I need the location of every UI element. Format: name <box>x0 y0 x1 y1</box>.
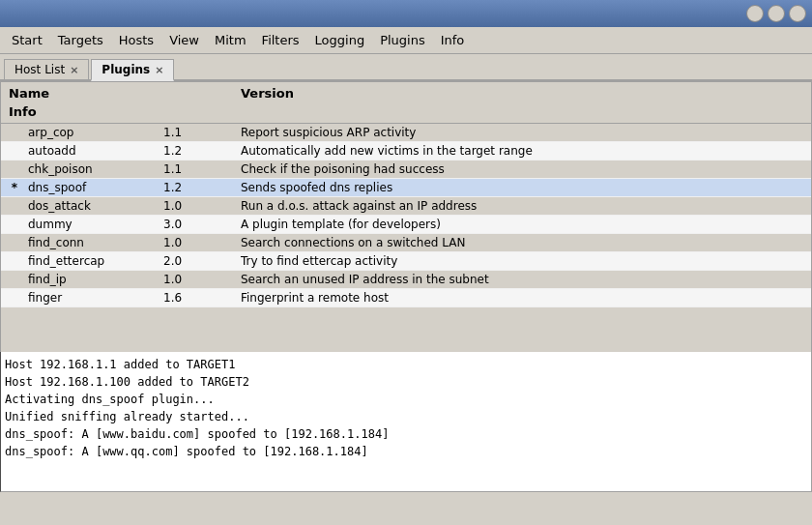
tab-label: Host List <box>14 63 65 76</box>
table-row[interactable]: finger 1.6 Fingerprint a remote host <box>1 289 811 307</box>
plugin-name: arp_cop <box>24 125 160 140</box>
plugin-version: 1.2 <box>160 143 237 159</box>
main-content: Name Version Info arp_cop 1.1 Report sus… <box>0 81 812 525</box>
plugin-info: Report suspicious ARP activity <box>237 125 807 140</box>
log-line: Host 192.168.1.1 added to TARGET1 <box>5 356 807 373</box>
table-row[interactable]: find_ip 1.0 Search an unused IP address … <box>1 271 811 289</box>
minimize-button[interactable] <box>746 5 764 22</box>
tab-host-list[interactable]: Host List× <box>4 59 89 79</box>
row-marker <box>5 278 24 280</box>
menu-bar: StartTargetsHostsViewMitmFiltersLoggingP… <box>0 27 812 54</box>
menu-item-plugins[interactable]: Plugins <box>372 30 433 50</box>
menu-item-filters[interactable]: Filters <box>254 30 307 50</box>
window-controls <box>746 5 806 22</box>
plugin-name: find_ettercap <box>24 253 160 269</box>
row-marker <box>5 297 24 299</box>
table-row[interactable]: arp_cop 1.1 Report suspicious ARP activi… <box>1 124 811 142</box>
plugin-name: find_conn <box>24 235 160 250</box>
tab-close-btn[interactable]: × <box>155 64 163 76</box>
plugin-name: dns_spoof <box>24 180 160 195</box>
close-button[interactable] <box>789 5 806 22</box>
plugin-version: 3.0 <box>160 217 237 232</box>
row-marker <box>5 260 24 262</box>
plugin-info: Run a d.o.s. attack against an IP addres… <box>237 198 807 214</box>
menu-item-view[interactable]: View <box>161 30 207 50</box>
menu-item-hosts[interactable]: Hosts <box>111 30 161 50</box>
table-header: Name Version Info <box>1 82 811 124</box>
plugin-version: 1.6 <box>160 290 237 306</box>
plugin-name: chk_poison <box>24 161 160 177</box>
plugin-name: dos_attack <box>24 198 160 214</box>
plugin-info: Search an unused IP address in the subne… <box>237 272 807 287</box>
col-header-version: Version <box>237 84 807 102</box>
plugin-version: 1.0 <box>160 235 237 250</box>
log-area: Host 192.168.1.1 added to TARGET1Host 19… <box>0 352 812 492</box>
plugin-info: Automatically add new victims in the tar… <box>237 143 807 159</box>
plugin-info: Check if the poisoning had success <box>237 161 807 177</box>
plugin-name: finger <box>24 290 160 306</box>
table-row[interactable]: dummy 3.0 A plugin template (for develop… <box>1 216 811 234</box>
plugin-table-body[interactable]: arp_cop 1.1 Report suspicious ARP activi… <box>1 124 811 352</box>
title-bar <box>0 0 812 27</box>
plugin-version: 1.0 <box>160 198 237 214</box>
row-marker <box>5 223 24 225</box>
menu-item-logging[interactable]: Logging <box>307 30 373 50</box>
tab-bar: Host List×Plugins× <box>0 54 812 81</box>
plugin-name: find_ip <box>24 272 160 287</box>
log-line: Activating dns_spoof plugin... <box>5 391 807 408</box>
log-line: Unified sniffing already started... <box>5 408 807 425</box>
menu-item-start[interactable]: Start <box>4 30 50 50</box>
col-header-info: Info <box>5 102 160 121</box>
log-line: Host 192.168.1.100 added to TARGET2 <box>5 373 807 391</box>
plugin-info: Fingerprint a remote host <box>237 290 807 306</box>
col-header-name: Name <box>5 84 237 102</box>
tab-label: Plugins <box>102 63 150 76</box>
maximize-button[interactable] <box>768 5 785 22</box>
plugin-version: 2.0 <box>160 253 237 269</box>
plugin-version: 1.2 <box>160 180 237 195</box>
plugin-info: Try to find ettercap activity <box>237 253 807 269</box>
tab-plugins[interactable]: Plugins× <box>91 59 174 81</box>
menu-item-mitm[interactable]: Mitm <box>207 30 254 50</box>
menu-item-targets[interactable]: Targets <box>50 30 111 50</box>
table-row[interactable]: * dns_spoof 1.2 Sends spoofed dns replie… <box>1 179 811 197</box>
plugin-name: autoadd <box>24 143 160 159</box>
plugin-name: dummy <box>24 217 160 232</box>
log-line: dns_spoof: A [www.baidu.com] spoofed to … <box>5 425 807 443</box>
plugin-version: 1.1 <box>160 161 237 177</box>
row-marker <box>5 150 24 152</box>
table-row[interactable]: autoadd 1.2 Automatically add new victim… <box>1 142 811 160</box>
tab-close-btn[interactable]: × <box>70 64 78 76</box>
table-row[interactable]: find_conn 1.0 Search connections on a sw… <box>1 234 811 252</box>
plugin-version: 1.1 <box>160 125 237 140</box>
table-row[interactable]: dos_attack 1.0 Run a d.o.s. attack again… <box>1 197 811 216</box>
log-line: dns_spoof: A [www.qq.com] spoofed to [19… <box>5 443 807 460</box>
plugin-version: 1.0 <box>160 272 237 287</box>
table-row[interactable]: find_ettercap 2.0 Try to find ettercap a… <box>1 252 811 271</box>
row-marker <box>5 205 24 207</box>
row-marker <box>5 168 24 170</box>
plugin-info: A plugin template (for developers) <box>237 217 807 232</box>
table-row[interactable]: chk_poison 1.1 Check if the poisoning ha… <box>1 160 811 179</box>
plugin-info: Search connections on a switched LAN <box>237 235 807 250</box>
row-marker: * <box>5 180 24 195</box>
menu-item-info[interactable]: Info <box>433 30 473 50</box>
row-marker <box>5 242 24 244</box>
row-marker <box>5 131 24 133</box>
plugin-info: Sends spoofed dns replies <box>237 180 807 195</box>
